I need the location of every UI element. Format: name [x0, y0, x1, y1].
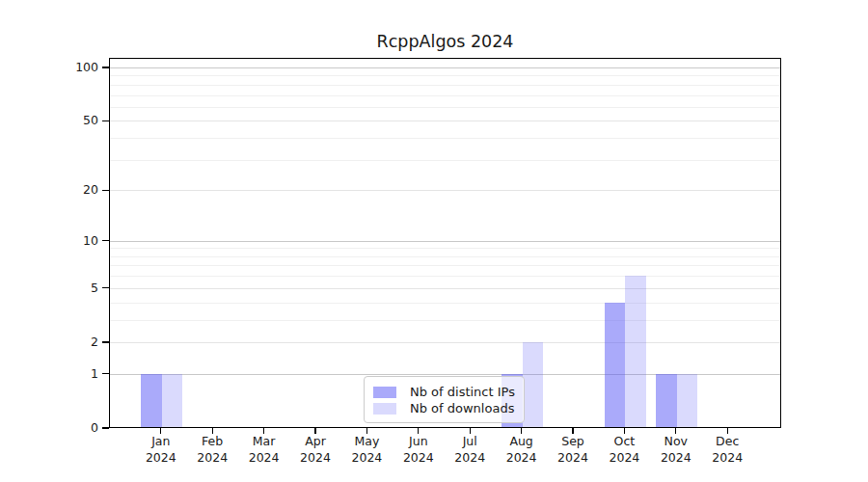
bar-nb-of-distinct-ips-nov — [656, 374, 677, 427]
legend-label-downloads: Nb of downloads — [410, 401, 514, 415]
gridline-3 — [110, 320, 780, 321]
legend-swatch-distinct-ips-icon — [373, 387, 396, 398]
bar-nb-of-downloads-nov — [677, 374, 698, 427]
gridline-90 — [110, 75, 780, 76]
gridline-5 — [110, 288, 780, 289]
legend-swatch-downloads-icon — [373, 403, 396, 415]
gridline-9 — [110, 248, 780, 249]
bar-chart-figure: RcppAlgos 2024 0125102050100 Jan2024Feb2… — [0, 0, 868, 482]
gridline-50 — [110, 120, 780, 121]
gridline-40 — [110, 138, 780, 139]
gridline-60 — [110, 107, 780, 108]
gridline-8 — [110, 256, 780, 257]
gridline-7 — [110, 265, 780, 266]
gridline-2 — [110, 342, 780, 343]
gridline-20 — [110, 190, 780, 191]
legend: Nb of distinct IPs Nb of downloads — [364, 376, 525, 423]
x-tick-label-dec: Dec2024 — [689, 434, 766, 466]
bar-nb-of-distinct-ips-oct — [605, 303, 626, 427]
gridline-80 — [110, 85, 780, 86]
bar-nb-of-downloads-jan — [162, 374, 183, 427]
gridline-4 — [110, 303, 780, 304]
bar-nb-of-downloads-oct — [625, 276, 646, 427]
legend-label-distinct-ips: Nb of distinct IPs — [410, 385, 515, 399]
gridline-30 — [110, 160, 780, 161]
gridline-10 — [110, 241, 780, 242]
gridline-6 — [110, 276, 780, 277]
gridline-70 — [110, 95, 780, 96]
legend-item-downloads: Nb of downloads — [372, 401, 516, 415]
legend-item-distinct-ips: Nb of distinct IPs — [372, 385, 516, 399]
bar-nb-of-distinct-ips-jan — [141, 374, 162, 427]
bar-nb-of-downloads-aug — [523, 342, 544, 427]
gridline-100 — [110, 67, 780, 68]
